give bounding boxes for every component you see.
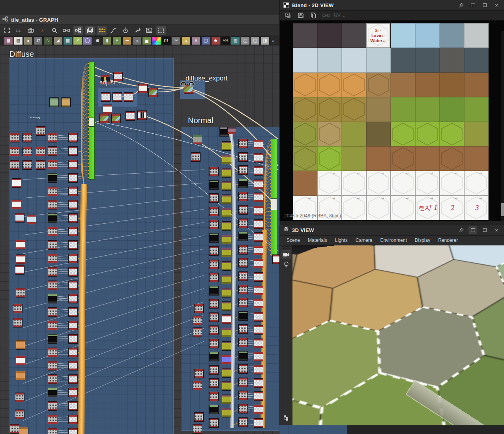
graph-node[interactable] <box>48 240 57 250</box>
graph-node[interactable] <box>209 246 219 256</box>
graph-node[interactable] <box>68 415 78 424</box>
graph-node[interactable] <box>15 393 24 402</box>
graph-node[interactable] <box>238 165 248 175</box>
graph-node[interactable] <box>222 235 231 244</box>
export-image-icon[interactable] <box>283 11 293 20</box>
graph-node[interactable] <box>68 361 78 370</box>
menu-renderer[interactable]: Renderer <box>438 238 458 243</box>
hierarchy-icon[interactable] <box>281 413 291 422</box>
graph-node[interactable] <box>222 155 231 164</box>
graph-node[interactable] <box>36 147 45 156</box>
graph-node[interactable] <box>48 227 57 236</box>
graph-node[interactable] <box>48 146 57 156</box>
graph-node[interactable] <box>209 207 219 216</box>
graph-node[interactable] <box>68 240 78 250</box>
slot-b-node-icon[interactable]: ▢ <box>251 36 260 45</box>
graph-node[interactable] <box>209 180 219 190</box>
graph-node[interactable] <box>238 311 248 321</box>
text-node-icon[interactable]: A <box>191 36 200 45</box>
graph-node[interactable] <box>222 195 231 204</box>
graph-node[interactable] <box>254 193 263 202</box>
link-disabled-icon[interactable] <box>321 11 331 20</box>
graph-node[interactable] <box>209 392 219 401</box>
graph-node[interactable] <box>254 259 263 268</box>
graph-node[interactable] <box>68 321 78 330</box>
graph-node[interactable] <box>222 381 231 391</box>
link-nodes-icon[interactable] <box>62 26 71 35</box>
graph-node[interactable] <box>238 324 248 334</box>
graph-node[interactable] <box>16 340 25 350</box>
noise-01-node-icon[interactable]: 01 <box>162 36 171 45</box>
graph-node[interactable] <box>68 281 78 290</box>
graph-node[interactable] <box>222 261 231 271</box>
graph-node[interactable] <box>68 307 78 317</box>
graph-node[interactable] <box>12 200 21 209</box>
align-dots-icon[interactable] <box>97 26 107 35</box>
slot-a-node-icon[interactable]: ◱ <box>241 36 250 45</box>
graph-node[interactable] <box>48 281 57 290</box>
graph-node[interactable] <box>193 381 202 390</box>
graph-node[interactable] <box>272 254 279 264</box>
graph-node[interactable] <box>99 114 109 123</box>
graph-node[interactable] <box>209 378 219 388</box>
graph-node[interactable] <box>49 97 59 107</box>
half-circle-node-icon[interactable]: ◑ <box>132 36 141 45</box>
graph-node[interactable] <box>209 260 219 269</box>
graph-node[interactable] <box>222 395 231 404</box>
pin-icon[interactable] <box>457 226 465 234</box>
graph-node[interactable] <box>68 200 78 210</box>
graph-node[interactable] <box>16 288 25 297</box>
graph-node[interactable] <box>254 312 263 322</box>
graph-node[interactable] <box>209 299 219 309</box>
graph-node[interactable] <box>238 298 248 307</box>
graph-node[interactable] <box>48 133 57 142</box>
graph-node[interactable] <box>15 265 24 275</box>
graph-node[interactable] <box>254 299 263 308</box>
blur-node-icon[interactable]: ● <box>24 36 33 45</box>
graph-node[interactable] <box>222 341 231 351</box>
fit-view-icon[interactable] <box>2 26 12 35</box>
graph-node[interactable] <box>254 391 263 401</box>
scissors-curve-node-icon[interactable]: ✂ <box>172 36 181 45</box>
graph-node[interactable] <box>194 369 204 378</box>
dot-link-node-icon[interactable]: ⊶ <box>122 36 131 45</box>
scrollbar-thumb[interactable] <box>501 203 504 216</box>
atlas-merge-bar-diffuse[interactable] <box>88 62 95 180</box>
graph-node[interactable] <box>222 221 231 231</box>
graph-node[interactable] <box>222 355 231 364</box>
graph-node[interactable] <box>48 401 57 411</box>
graph-node[interactable] <box>48 294 57 303</box>
graph-node[interactable] <box>68 334 78 344</box>
graph-node[interactable] <box>238 391 248 400</box>
graph-node[interactable] <box>222 328 231 337</box>
graph-node[interactable] <box>222 408 231 417</box>
view2d-titlebar[interactable]: Blend - 2D VIEW × <box>280 0 504 11</box>
graph-node[interactable] <box>27 215 36 224</box>
graph-node[interactable] <box>209 167 219 176</box>
graph-node[interactable] <box>238 417 248 427</box>
graph-node[interactable] <box>68 401 78 411</box>
graph-node[interactable] <box>10 133 19 142</box>
graph-node[interactable] <box>254 166 263 176</box>
menu-display[interactable]: Display <box>415 238 430 243</box>
graph-node[interactable] <box>16 240 25 249</box>
cylinder-node-icon[interactable]: ▮ <box>103 36 112 45</box>
uv-mode-dropdown[interactable]: UV⌄ <box>334 13 346 18</box>
graph-node[interactable] <box>254 378 263 388</box>
graph-node[interactable] <box>193 316 202 325</box>
graph-node[interactable] <box>68 160 78 169</box>
graph-node[interactable] <box>209 339 219 348</box>
mirror-node-icon[interactable]: ▲ <box>182 36 191 45</box>
graph-node[interactable] <box>209 233 219 243</box>
graph-node[interactable] <box>254 365 263 374</box>
graph-node[interactable] <box>68 133 78 142</box>
paint-bucket-node-icon[interactable]: ◆ <box>211 36 220 45</box>
graph-node[interactable] <box>227 127 236 134</box>
graph-node[interactable] <box>16 371 25 380</box>
graph-node[interactable] <box>238 338 248 347</box>
maximize-icon[interactable] <box>480 1 489 9</box>
shape-node-icon[interactable]: ◯ <box>83 36 92 45</box>
scene-light-node-icon[interactable]: ☀ <box>112 36 122 45</box>
directional-warp-node-icon[interactable]: ↗ <box>73 36 82 45</box>
graph-node[interactable] <box>254 180 263 189</box>
